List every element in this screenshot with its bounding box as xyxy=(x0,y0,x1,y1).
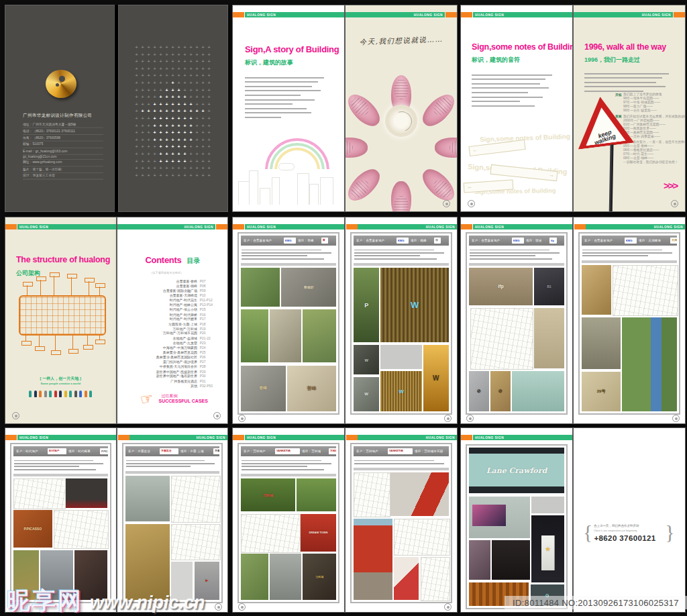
company-name: 广州市华龙标识设计制作有限公司 xyxy=(23,113,110,119)
person-glyph: + xyxy=(146,158,152,166)
client-logo: KWG xyxy=(284,238,297,244)
person-glyph: + xyxy=(194,115,200,123)
page-number xyxy=(671,200,678,207)
person-glyph: + xyxy=(188,137,194,144)
photo-tile-text: w xyxy=(364,358,368,362)
person-glyph: + xyxy=(158,108,164,115)
text-line xyxy=(14,466,79,467)
project-label: 项目：领峰 xyxy=(411,238,427,243)
text-line xyxy=(242,255,307,256)
org-node xyxy=(35,346,45,351)
client-logo: KWG xyxy=(512,238,525,244)
page-header: HUALONG SIGN xyxy=(346,435,457,440)
contents-item-page: P25 xyxy=(200,350,218,355)
person-glyph: + xyxy=(176,151,182,158)
person-glyph: + xyxy=(134,158,140,166)
portfolio-frame: 客户：合景泰富地产KWG项目：国金ifpifpB1⊘⊘ xyxy=(466,232,568,415)
page-number xyxy=(238,415,246,422)
contents-item: 万科地产-万科城P19 xyxy=(135,327,218,331)
portfolio-page: HUALONG SIGN客户：万科地产VANKE万科项目：万科城市花园▲ xyxy=(346,428,457,612)
page-header: HUALONG SIGN xyxy=(574,12,685,17)
header-brand-text: HUALONG SIGN xyxy=(426,225,455,229)
person-glyph: + xyxy=(206,87,212,95)
photo-tile-text: DREAM TOWN xyxy=(309,531,327,534)
person-glyph: + xyxy=(146,80,152,87)
people-icons-row xyxy=(5,391,116,397)
person-glyph: + xyxy=(182,115,188,123)
person-glyph: + xyxy=(176,80,182,87)
person-glyph: + xyxy=(140,108,146,115)
org-node xyxy=(67,274,77,278)
client-label: 客户：万科地产 xyxy=(356,449,378,454)
person-glyph: + xyxy=(158,130,164,137)
contents-item: 时代地产-依云小镇P15 xyxy=(135,307,218,312)
text-line xyxy=(126,460,205,462)
spread-notes: HUALONG SIGN Sign,some notes of Building… xyxy=(461,5,685,211)
header-brand-text: HUALONG SIGN xyxy=(426,436,455,440)
rainbow-graphic xyxy=(265,138,329,169)
person-glyph: + xyxy=(170,101,176,109)
text-line xyxy=(242,252,331,254)
person-glyph: + xyxy=(164,123,170,130)
person-glyph: + xyxy=(182,108,188,115)
person-glyph: + xyxy=(206,72,212,80)
spread-portfolio-1: HUALONG SIGN客户：合景泰富地产KWG项目：誉峰誉雍领轩誉峰誉峰HUA… xyxy=(233,217,457,423)
contents-item-page: P10 xyxy=(200,293,218,298)
header-brand-text: HUALONG SIGN xyxy=(475,13,504,17)
page-header: HUALONG SIGN xyxy=(574,224,685,229)
person-glyph: + xyxy=(200,80,206,87)
portfolio-frame: 客户：万科地产VANKE万科项目：万科城万科城万科城DREAM TOWN万科城 xyxy=(237,443,339,603)
page-number xyxy=(672,415,680,422)
person-glyph: + xyxy=(206,130,212,137)
person-glyph: + xyxy=(194,130,200,137)
client-label: 客户：时代地产 xyxy=(16,449,38,454)
person-glyph: + xyxy=(170,172,176,180)
contents-item-page: P07 xyxy=(200,279,218,284)
person-glyph: + xyxy=(176,108,182,115)
contents-item-label: 时代地产-时代廊桥 xyxy=(135,313,197,317)
project-logo: P.PICASSO xyxy=(100,448,107,454)
photo-collage: 万科城DREAM TOWN万科城 xyxy=(241,478,336,600)
photo-tile xyxy=(171,524,221,560)
person-glyph: + xyxy=(188,151,194,158)
hands-page: HUALONG SIGN 今天,我们想说就说…… xyxy=(346,5,457,211)
page-subtitle: 标识，建筑的故事 xyxy=(245,58,293,67)
person-glyph: + xyxy=(182,130,188,137)
photo-tile xyxy=(241,514,301,553)
photo-tile: W xyxy=(354,377,379,411)
person-glyph: + xyxy=(134,80,140,87)
hand-petal xyxy=(418,89,457,131)
section-tab xyxy=(216,224,227,229)
contents-item-page: P31 xyxy=(200,379,218,384)
photo-tile xyxy=(492,540,530,580)
person-glyph: + xyxy=(164,151,170,158)
person-glyph: + xyxy=(200,115,206,123)
chevrons-decoration: >>> xyxy=(664,180,677,191)
skyline-graphic xyxy=(237,166,340,205)
project-logo: 万科城 xyxy=(329,448,336,454)
slogan-cn: [ 一样人，创一片天地 ] xyxy=(5,376,116,382)
person-glyph: + xyxy=(188,72,194,80)
person-glyph: + xyxy=(188,123,194,130)
text-line xyxy=(472,83,540,85)
photo-collage: P.PICASSO xyxy=(13,478,108,600)
project-label: 项目：国金 xyxy=(526,238,542,243)
photo-tile xyxy=(171,562,193,600)
person-glyph: + xyxy=(188,108,194,115)
cover-contact-block: 地址：广州市天河路润粤大厦一期5楼电话：（8620）37600121 37600… xyxy=(23,121,103,180)
org-node xyxy=(68,349,78,354)
person-glyph: + xyxy=(134,151,140,158)
person-glyph: + xyxy=(152,72,158,80)
photo-tile xyxy=(13,478,66,509)
person-glyph: + xyxy=(200,158,206,166)
text-line xyxy=(245,77,324,79)
page-header: HUALONG SIGN xyxy=(346,12,457,17)
person-icon xyxy=(69,391,72,397)
person-glyph: + xyxy=(134,94,140,101)
project-label: 项目：万科城市花园 xyxy=(415,449,443,454)
person-glyph: + xyxy=(176,172,182,180)
text-line xyxy=(354,255,420,256)
photo-tile xyxy=(613,265,678,316)
person-glyph: + xyxy=(152,123,158,130)
person-glyph: + xyxy=(152,108,158,115)
